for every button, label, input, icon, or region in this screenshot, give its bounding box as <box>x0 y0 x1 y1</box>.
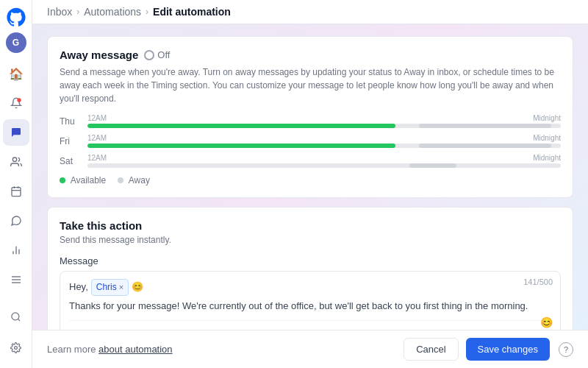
legend-away: Away <box>118 175 150 185</box>
footer-buttons: Cancel Save changes <box>404 338 550 361</box>
bar-sat: 12AM Midnight <box>87 154 561 168</box>
away-message-toggle[interactable]: Off <box>144 49 170 60</box>
svg-point-1 <box>12 158 16 161</box>
legend-available: Available <box>60 175 106 185</box>
day-sat: Sat <box>60 156 80 166</box>
svg-point-0 <box>17 98 21 102</box>
day-thu: Thu <box>60 116 80 127</box>
meta-logo <box>6 6 26 26</box>
sidebar-item-menu[interactable] <box>3 266 29 293</box>
bar-thu-labels: 12AM Midnight <box>87 114 561 122</box>
sidebar-item-settings[interactable] <box>3 334 29 361</box>
bar-fri-gray <box>419 144 551 148</box>
emoji-status-icon: 😊 <box>540 316 553 328</box>
breadcrumb-automations[interactable]: Automations <box>84 6 141 18</box>
emoji-face: 😊 <box>132 280 143 295</box>
bar-fri-labels: 12AM Midnight <box>87 134 561 142</box>
header: Inbox › Automations › Edit automation <box>32 0 588 24</box>
action-description: Send this message instantly. <box>60 235 561 245</box>
schedule-row-fri: Fri 12AM Midnight <box>60 134 561 148</box>
sidebar-item-search[interactable] <box>3 303 29 330</box>
bar-fri: 12AM Midnight <box>87 134 561 148</box>
content-area: Away message Off Send a message when you… <box>32 24 588 330</box>
sidebar-item-home[interactable]: 🏠 <box>3 60 29 87</box>
schedule-row-thu: Thu 12AM Midnight <box>60 114 561 128</box>
main-content: Inbox › Automations › Edit automation Aw… <box>32 0 588 368</box>
away-message-title: Away message <box>60 49 138 61</box>
bar-thu-green <box>87 124 395 128</box>
day-fri: Fri <box>60 136 80 146</box>
schedule-row-sat: Sat 12AM Midnight <box>60 154 561 168</box>
schedule-legend: Available Away <box>60 175 561 185</box>
move-button[interactable] <box>69 327 90 330</box>
away-message-description: Send a message when you're away. Turn on… <box>60 66 561 105</box>
mention-remove-icon[interactable]: × <box>119 281 123 294</box>
bar-thu-track <box>87 124 561 128</box>
legend-away-dot <box>118 177 123 183</box>
action-title: Take this action <box>60 219 561 232</box>
sidebar-item-chart[interactable] <box>3 237 29 263</box>
message-content: Hey, Chris × 😊 Thanks for your message! … <box>69 279 551 314</box>
cancel-button[interactable]: Cancel <box>404 338 458 361</box>
bar-sat-track <box>87 163 561 168</box>
mention-tag[interactable]: Chris × <box>91 279 129 296</box>
breadcrumb-inbox[interactable]: Inbox <box>47 6 72 18</box>
message-toolbar <box>69 320 551 330</box>
sidebar-item-contacts[interactable] <box>3 149 29 175</box>
svg-line-13 <box>18 319 20 321</box>
bar-thu: 12AM Midnight <box>87 114 561 128</box>
message-text: Thanks for your message! We're currently… <box>69 299 528 314</box>
svg-point-14 <box>15 346 18 349</box>
legend-available-dot <box>60 177 65 183</box>
sidebar-item-calendar[interactable] <box>3 178 29 205</box>
footer: Learn more about automation Cancel Save … <box>32 330 588 368</box>
bar-fri-green <box>87 144 395 148</box>
breadcrumb-sep2: › <box>146 7 148 17</box>
help-icon[interactable]: ? <box>559 342 573 357</box>
bar-sat-labels: 12AM Midnight <box>87 154 561 162</box>
user-avatar[interactable]: G <box>6 32 26 53</box>
bar-thu-gray <box>419 124 551 128</box>
bar-fri-track <box>87 144 561 148</box>
save-button[interactable]: Save changes <box>466 338 550 361</box>
message-box[interactable]: Hey, Chris × 😊 Thanks for your message! … <box>60 271 561 330</box>
emoji-picker-button[interactable] <box>96 327 116 330</box>
sidebar-item-alerts[interactable] <box>3 90 29 116</box>
breadcrumb-current: Edit automation <box>153 6 231 18</box>
char-count: 141/500 <box>523 277 553 286</box>
bar-sat-gray <box>409 163 456 168</box>
svg-point-12 <box>12 312 19 319</box>
mention-name: Chris <box>96 280 117 294</box>
message-prefix: Hey, <box>69 280 88 295</box>
sidebar: G 🏠 <box>0 0 32 368</box>
breadcrumb-sep1: › <box>76 7 79 17</box>
take-action-card: Take this action Send this message insta… <box>47 207 573 330</box>
away-message-header: Away message Off <box>60 49 561 61</box>
message-label: Message <box>60 255 561 266</box>
sidebar-item-chat[interactable] <box>3 119 29 146</box>
schedule-container: Thu 12AM Midnight Fri <box>60 114 561 168</box>
sidebar-item-comments[interactable] <box>3 208 29 234</box>
footer-learn-more: Learn more about automation <box>47 344 173 355</box>
toggle-circle-icon <box>144 50 154 60</box>
footer-learn-more-link[interactable]: about automation <box>98 344 172 355</box>
svg-rect-2 <box>12 188 21 197</box>
away-message-card: Away message Off Send a message when you… <box>47 36 573 198</box>
